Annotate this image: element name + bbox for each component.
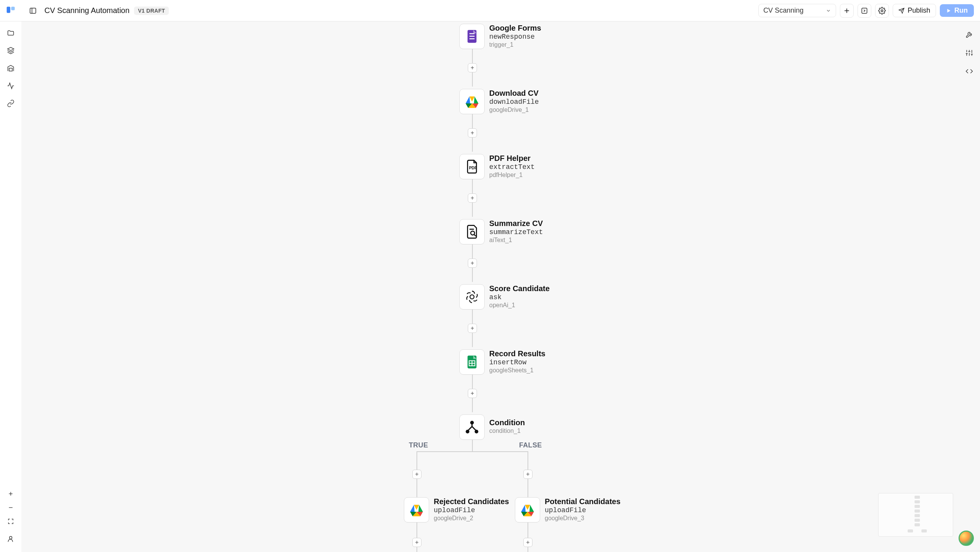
- add-step-button[interactable]: +: [412, 538, 421, 547]
- rail-zoom-in[interactable]: [4, 487, 18, 501]
- node-icon-box: [459, 219, 485, 244]
- svg-point-7: [881, 10, 883, 11]
- run-button[interactable]: Run: [940, 4, 974, 17]
- workflow-canvas[interactable]: + + + + + + Google Forms newResponse tri…: [21, 21, 980, 552]
- google-drive-icon: [464, 94, 480, 109]
- publish-button[interactable]: Publish: [893, 4, 936, 17]
- layers-icon: [7, 47, 15, 54]
- google-drive-icon: [520, 502, 535, 518]
- node-icon-box: [459, 349, 485, 375]
- svg-point-39: [471, 231, 475, 235]
- node-rejected-candidates[interactable]: Rejected Candidates uploadFile googleDri…: [404, 497, 509, 523]
- sliders-icon: [965, 49, 973, 57]
- add-button[interactable]: [840, 4, 854, 18]
- add-step-button[interactable]: +: [412, 470, 421, 479]
- node-title: Google Forms: [489, 24, 541, 33]
- add-step-button[interactable]: +: [468, 63, 477, 72]
- node-google-forms[interactable]: Google Forms newResponse trigger_1: [459, 24, 541, 49]
- library-icon: [7, 64, 15, 72]
- minus-icon: [8, 504, 14, 511]
- node-score-candidate[interactable]: Score Candidate ask openAi_1: [459, 284, 550, 310]
- node-potential-candidates[interactable]: Potential Candidates uploadFile googleDr…: [515, 497, 621, 523]
- node-record-results[interactable]: Record Results insertRow googleSheets_1: [459, 349, 546, 375]
- node-condition[interactable]: Condition condition_1: [459, 414, 525, 440]
- openai-icon: [464, 289, 480, 305]
- node-title: Summarize CV: [489, 219, 543, 228]
- sidebar-toggle[interactable]: [28, 5, 38, 16]
- rail-bottom: [4, 487, 18, 552]
- add-step-button[interactable]: +: [468, 389, 477, 398]
- add-step-button[interactable]: +: [468, 193, 477, 203]
- rail-activity[interactable]: [4, 79, 18, 93]
- svg-rect-2: [30, 8, 36, 13]
- node-id: googleDrive_2: [434, 515, 509, 522]
- import-button[interactable]: [858, 4, 871, 18]
- user-icon: [7, 535, 15, 543]
- node-id: pdfHelper_1: [489, 172, 535, 179]
- svg-rect-6: [862, 8, 867, 13]
- google-sheets-icon: [464, 354, 480, 370]
- rail-fullscreen[interactable]: [4, 514, 18, 528]
- node-action: ask: [489, 293, 550, 301]
- rail-library[interactable]: [4, 61, 18, 75]
- node-id: condition_1: [489, 428, 525, 434]
- chevron-down-icon: [826, 8, 831, 13]
- svg-text:PDF: PDF: [469, 166, 477, 170]
- add-step-button[interactable]: +: [468, 128, 477, 138]
- google-forms-icon: [464, 29, 480, 44]
- node-action: newResponse: [489, 33, 541, 41]
- doc-search-icon: [464, 224, 480, 239]
- import-icon: [861, 7, 868, 15]
- rail-layers[interactable]: [4, 44, 18, 57]
- node-summarize-cv[interactable]: Summarize CV summarizeText aiText_1: [459, 219, 543, 244]
- run-label: Run: [954, 7, 968, 15]
- node-labels: Rejected Candidates uploadFile googleDri…: [434, 497, 509, 522]
- svg-marker-10: [947, 9, 951, 12]
- svg-rect-34: [469, 33, 474, 34]
- add-step-button[interactable]: +: [523, 538, 532, 547]
- google-drive-icon: [409, 502, 424, 518]
- right-rail-tools[interactable]: [962, 28, 976, 41]
- maximize-icon: [8, 518, 14, 524]
- rail-zoom-out[interactable]: [4, 501, 18, 514]
- svg-marker-11: [8, 48, 14, 51]
- left-rail: [0, 21, 21, 552]
- add-step-button[interactable]: +: [468, 324, 477, 333]
- node-download-cv[interactable]: Download CV downloadFile googleDrive_1: [459, 89, 539, 114]
- svg-point-48: [471, 421, 474, 424]
- node-labels: Potential Candidates uploadFile googleDr…: [545, 497, 621, 522]
- tools-icon: [965, 31, 973, 38]
- user-avatar[interactable]: [959, 531, 974, 546]
- settings-button[interactable]: [875, 4, 889, 18]
- rail-folder[interactable]: [4, 26, 18, 40]
- node-labels: Score Candidate ask openAi_1: [489, 284, 550, 309]
- plus-icon: [843, 7, 851, 15]
- node-pdf-helper[interactable]: PDF PDF Helper extractText pdfHelper_1: [459, 154, 535, 179]
- folder-icon: [7, 29, 15, 37]
- dropdown-label: CV Scanning: [763, 7, 804, 15]
- node-action: uploadFile: [545, 506, 621, 514]
- workflow-dropdown[interactable]: CV Scanning: [758, 4, 836, 17]
- svg-line-40: [474, 235, 476, 236]
- app-logo[interactable]: [0, 0, 21, 21]
- node-title: PDF Helper: [489, 154, 535, 163]
- node-action: extractText: [489, 163, 535, 171]
- connector: [416, 523, 417, 552]
- svg-rect-36: [469, 38, 474, 39]
- connector: [528, 523, 528, 552]
- add-step-button[interactable]: +: [523, 470, 532, 479]
- node-title: Download CV: [489, 89, 539, 98]
- right-rail-code[interactable]: [962, 64, 976, 78]
- branch-icon: [464, 419, 480, 435]
- svg-point-53: [475, 430, 478, 433]
- right-rail: [959, 21, 980, 78]
- rail-profile[interactable]: [4, 532, 18, 546]
- add-step-button[interactable]: +: [468, 259, 477, 268]
- svg-rect-1: [11, 7, 15, 10]
- minimap[interactable]: [878, 493, 953, 537]
- node-id: googleDrive_1: [489, 106, 539, 113]
- right-rail-sliders[interactable]: [962, 46, 976, 60]
- rail-link[interactable]: [4, 97, 18, 110]
- node-title: Score Candidate: [489, 284, 550, 293]
- node-title: Condition: [489, 418, 525, 427]
